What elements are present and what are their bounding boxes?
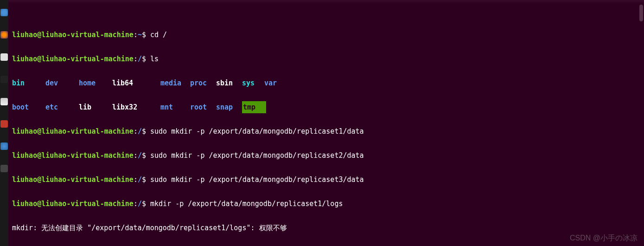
ls-row-1: bindevhomelib64mediaprocsbinsysvar: [12, 77, 640, 89]
firefox-icon[interactable]: [0, 31, 8, 39]
terminal-icon[interactable]: [0, 76, 8, 83]
dock-extra-icon[interactable]: [0, 165, 8, 172]
ls-entry-mnt: mnt: [160, 101, 190, 113]
scrollbar-thumb[interactable]: [639, 5, 643, 21]
ls-entry-etc: etc: [45, 101, 79, 113]
ls-entry-tmp: tmp: [242, 101, 266, 113]
ls-entry-proc: proc: [190, 77, 216, 89]
watermark-text: CSDN @小手の冰凉: [570, 233, 638, 243]
term-line: liuhao@liuhao-virtual-machine:/$ mkdir -…: [12, 198, 640, 210]
term-line: liuhao@liuhao-virtual-machine:/$ sudo mk…: [12, 125, 640, 137]
ls-entry-lib64: lib64: [112, 77, 160, 89]
prompt-path: ~: [138, 31, 142, 39]
ls-entry-root: root: [190, 101, 216, 113]
ls-entry-dev: dev: [45, 77, 79, 89]
cmd-mkdir: sudo mkdir -p /export/data/mongodb/repli…: [150, 127, 364, 136]
ls-entry-lib: lib: [79, 101, 112, 113]
term-line: liuhao@liuhao-virtual-machine:/$ sudo mk…: [12, 174, 640, 186]
ls-entry-snap: snap: [216, 101, 242, 113]
ls-entry-media: media: [160, 77, 190, 89]
term-line: liuhao@liuhao-virtual-machine:/$ sudo mk…: [12, 149, 640, 162]
files-icon[interactable]: [0, 9, 8, 16]
ls-entry-sbin: sbin: [216, 77, 242, 89]
terminal-window: liuhao@liuhao-virtual-machine:~$ cd / li…: [8, 0, 644, 246]
terminal-titlebar[interactable]: [8, 0, 644, 4]
gedit-icon[interactable]: [0, 98, 8, 105]
mkdir-error: mkdir: 无法创建目录 "/export/data/mongodb/repl…: [12, 222, 640, 234]
ls-entry-libx32: libx32: [112, 101, 160, 113]
ls-entry-home: home: [79, 77, 112, 89]
ls-entry-sys: sys: [242, 77, 264, 89]
ls-entry-var: var: [264, 77, 287, 89]
software-icon[interactable]: [0, 142, 8, 150]
ls-entry-bin: bin: [12, 77, 45, 89]
cmd-mkdir-fail: mkdir -p /export/data/mongodb/replicaset…: [150, 200, 343, 208]
ubuntu-dock[interactable]: [0, 0, 8, 246]
terminal-scrollbar[interactable]: [639, 4, 643, 246]
term-line: liuhao@liuhao-virtual-machine:~$ cd /: [12, 29, 640, 41]
cmd-ls: ls: [150, 55, 159, 63]
help-icon[interactable]: [0, 120, 8, 128]
amazon-icon[interactable]: [0, 53, 8, 61]
prompt-dollar: $: [142, 31, 146, 39]
prompt-sep: :: [134, 31, 138, 39]
ls-row-2: bootetcliblibx32mntrootsnaptmp: [12, 101, 640, 113]
terminal-output[interactable]: liuhao@liuhao-virtual-machine:~$ cd / li…: [8, 4, 644, 246]
cmd-cd: cd /: [150, 31, 167, 39]
ls-entry-boot: boot: [12, 101, 45, 113]
term-line: liuhao@liuhao-virtual-machine:/$ ls: [12, 53, 640, 65]
prompt-user: liuhao@liuhao-virtual-machine: [12, 31, 134, 39]
